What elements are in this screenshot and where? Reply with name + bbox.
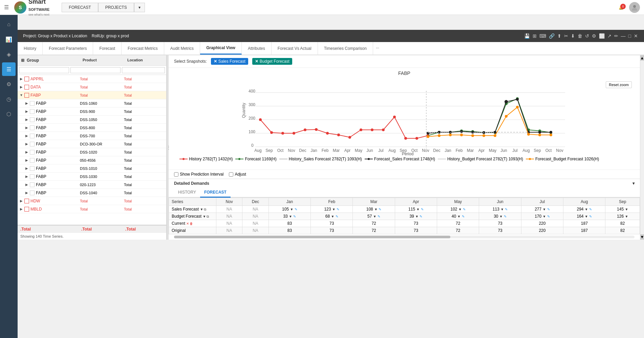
tab-graphical-view[interactable]: Graphical View [200,42,242,55]
expand-btn[interactable]: ▶ [19,199,24,203]
action-delete[interactable]: 🗑 [577,33,583,39]
notification-icon[interactable]: 🔔 0 [619,5,624,10]
pencil-icon[interactable]: ✎ [421,207,424,211]
pencil-icon[interactable]: ✎ [336,215,338,218]
arrow-icon[interactable]: ▼ [625,207,628,211]
copy-icon[interactable]: ⧉ [207,215,209,219]
reset-zoom-button[interactable]: Reset zoom [606,81,632,88]
copy-icon[interactable]: ⧉ [204,207,206,212]
arrow-icon[interactable]: ▼ [458,207,462,211]
tree-row[interactable]: ▶ FABP DSS-900 Total [18,107,166,116]
pencil-icon[interactable]: ✎ [337,207,339,211]
arrow-icon[interactable]: ▼ [415,215,418,218]
pencil-icon[interactable]: ✎ [589,207,592,211]
action-close[interactable]: ✕ [633,33,639,39]
arrow-icon[interactable]: ▼ [290,207,293,211]
forecast-nav-btn[interactable]: FORECAST [62,3,98,12]
arrow-icon[interactable]: ▼ [499,215,503,218]
pencil-icon[interactable]: ✎ [505,207,508,211]
expand-btn[interactable]: ▶ [24,158,29,162]
pencil-icon[interactable]: ✎ [378,215,380,218]
tab-forecast-metrics[interactable]: Forecast Metrics [122,42,164,55]
expand-btn[interactable]: ▶ [19,207,24,211]
action-save[interactable]: 💾 [523,33,531,39]
tab-forecast-vs-actual[interactable]: Forecast Vs Actual [272,42,318,55]
arrow-icon[interactable]: ▼ [457,215,460,218]
expand-btn[interactable]: ▼ [19,93,24,97]
arrow-icon[interactable]: ▼ [332,207,336,211]
tree-row[interactable]: ▶ FABP DSS-800 Total [18,124,166,132]
tree-row[interactable]: ▶ FABP DSS-1020 Total [18,148,166,156]
tree-row[interactable]: ▶ FABP DSS-1030 Total [18,173,166,181]
arrow-icon[interactable]: ▼ [543,207,546,211]
expand-btn[interactable]: ▶ [24,175,29,178]
tab-history[interactable]: History [18,42,43,55]
sidebar-settings[interactable]: ⚙ [2,77,16,91]
x-icon[interactable]: ✕ [186,222,189,225]
tab-forecast-params[interactable]: Forecast Parameters [43,42,93,55]
adjust-label[interactable]: Adjust [229,172,246,177]
pencil-icon[interactable]: ✎ [589,215,592,218]
pencil-icon[interactable]: ✎ [463,207,466,211]
expand-btn[interactable]: ▶ [24,134,29,138]
horizontal-scrollbar[interactable] [174,236,635,238]
filter-group[interactable] [19,67,69,73]
snapshot-sales-forecast[interactable]: ✕ Sales Forecast [211,58,248,65]
scroll-up-btn[interactable]: ▲ [640,55,644,61]
sidebar-clock[interactable]: ◷ [2,92,16,106]
tree-row[interactable]: ▶ FABP DSS-1060 Total [18,99,166,107]
show-prediction-label[interactable]: Show Prediction Interval [174,172,223,177]
sidebar-module[interactable]: ⬡ [2,107,16,121]
pencil-icon[interactable]: ✎ [462,215,465,218]
arrow-down-icon[interactable]: ▼ [202,215,206,219]
hamburger-menu[interactable]: ☰ [4,4,9,11]
action-calc[interactable]: ⌨ [539,33,547,39]
action-grid[interactable]: ⊞ [532,33,537,39]
action-link[interactable]: 🔗 [548,33,555,39]
action-pen[interactable]: ✏ [614,33,619,39]
trash-icon[interactable]: 🗑 [190,222,193,225]
demand-tab-forecast[interactable]: FORECAST [200,188,231,198]
tree-row[interactable]: ▼ FABP Total Total [18,91,166,99]
pencil-icon[interactable]: ✎ [420,215,422,218]
sidebar-network[interactable]: ◈ [2,47,16,61]
pencil-icon[interactable]: ✎ [295,207,297,211]
tab-more[interactable]: ··· [373,42,382,55]
tree-row[interactable]: ▶ HDW Total Total [18,197,166,205]
action-window[interactable]: ⬜ [598,33,605,39]
show-prediction-checkbox[interactable] [174,172,178,177]
action-download[interactable]: ⬇ [570,33,576,39]
action-maximize[interactable]: □ [628,33,632,39]
user-avatar[interactable] [629,2,640,13]
expand-btn[interactable]: ▶ [24,110,29,113]
tree-row[interactable]: ▶ FABP 050-4556 Total [18,156,166,164]
action-minimize[interactable]: — [620,33,626,39]
tree-row[interactable]: ▶ FABP DSS-700 Total [18,132,166,140]
arrow-icon[interactable]: ▼ [500,207,504,211]
tab-audit-metrics[interactable]: Audit Metrics [164,42,200,55]
tab-attributes[interactable]: Attributes [242,42,272,55]
tree-row[interactable]: ▶ MBLD Total Total [18,205,166,213]
snapshot-close-sales[interactable]: ✕ [214,59,217,64]
demand-tab-history[interactable]: HISTORY [174,188,200,198]
tree-row[interactable]: ▶ APPRL Total Total [18,75,166,83]
expand-btn[interactable]: ▶ [19,85,24,89]
arrow-icon[interactable]: ▼ [373,215,377,218]
tab-timeseries-comparison[interactable]: Timeseries Comparison [318,42,373,55]
arrow-icon[interactable]: ▼ [543,215,546,218]
demand-table-wrapper[interactable]: Series Nov Dec Jan Feb Mar Apr May Jun [169,198,640,234]
scroll-down-btn[interactable]: ▼ [640,234,644,240]
action-export[interactable]: ↗ [607,33,612,39]
arrow-icon[interactable]: ▼ [289,215,292,218]
sidebar-home[interactable]: ⌂ [2,18,16,31]
tree-row[interactable]: ▶ FABP DSS-1050 Total [18,116,166,124]
expand-btn[interactable]: ▶ [24,126,29,130]
arrow-icon[interactable]: ▼ [625,215,628,218]
pencil-icon[interactable]: ✎ [504,215,507,218]
right-scrollbar[interactable]: ▲ ▼ [640,55,644,240]
tree-row[interactable]: ▶ FABP 020-1223 Total [18,181,166,189]
sidebar-chart[interactable]: 📊 [2,33,16,46]
arrow-icon[interactable]: ▼ [416,207,420,211]
pencil-icon[interactable]: ✎ [547,215,550,218]
snapshot-close-budget[interactable]: ✕ [255,59,258,64]
